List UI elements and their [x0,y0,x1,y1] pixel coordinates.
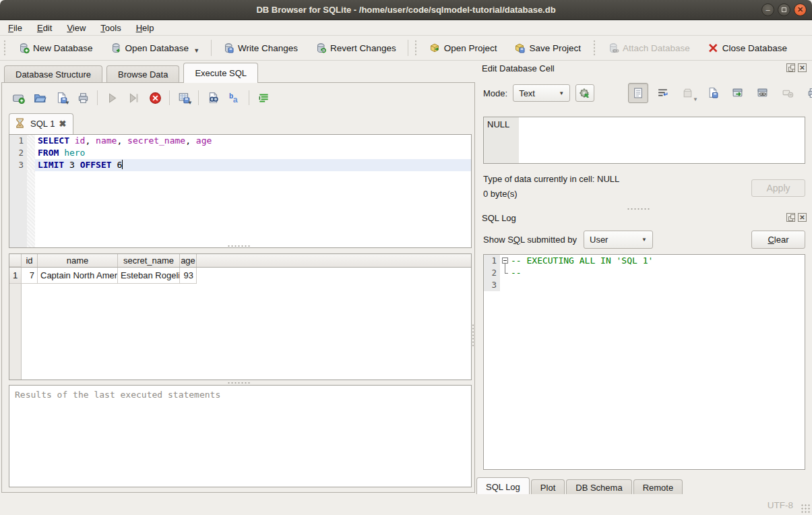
log-filter-select[interactable]: User ▼ [584,231,653,249]
row-header[interactable]: 1 [9,268,22,284]
tab-execute-sql[interactable]: Execute SQL [183,63,258,83]
right-panel: Edit Database Cell ✕ Mode: Text ▼ ▼ NULL… [476,61,812,494]
results-grid-header: idnamesecret_nameage [9,254,471,268]
sql-tab[interactable]: SQL 1 ✖ [9,113,73,134]
table-row[interactable]: 17Captain North AmericaEsteban Rogelios9… [9,268,471,284]
resize-grip[interactable] [801,504,810,513]
import-file-button: ▼ [678,83,698,103]
write-changes-button[interactable]: Write Changes [218,40,303,57]
close-panel-icon[interactable]: ✕ [798,63,807,72]
line-number: 1 [9,135,27,147]
chevron-down-icon: ▼ [642,237,647,243]
apply-button[interactable]: Apply [751,179,805,197]
cell-secret_name[interactable]: Esteban Rogelios [118,268,180,284]
text-mode-button[interactable] [628,83,648,103]
cell-link-button[interactable] [753,83,773,103]
tab-new-button[interactable] [9,89,28,107]
sql-open-button[interactable] [30,89,49,107]
toolbar-drag-handle[interactable] [592,40,597,55]
menu-tools[interactable]: Tools [100,23,121,33]
db-revert-icon [315,42,327,54]
menubar: FileEditViewToolsHelp [0,20,812,36]
tab-sql-log[interactable]: SQL Log [476,477,530,495]
set-null-button [778,83,798,103]
tab-plot[interactable]: Plot [531,479,565,495]
save-results-button[interactable]: ▼ [175,89,193,107]
dropdown-caret-icon[interactable]: ▼ [65,100,70,106]
dropdown-caret-icon[interactable]: ▼ [187,100,193,106]
sql-log-box[interactable]: 1-- EXECUTING ALL IN 'SQL 1'2--3 [483,254,805,470]
find-button[interactable] [204,89,222,107]
sql-subtab-bar: SQL 1 ✖ [9,113,73,134]
open-database-button[interactable]: Open Database▼ [105,40,206,57]
menu-view[interactable]: View [67,23,86,33]
close-database-button[interactable]: Close Database [702,40,792,57]
toolbar-drag-handle[interactable] [2,40,7,55]
sql-open-icon [34,92,46,104]
open-external-button[interactable] [728,83,748,103]
close-sql-tab-icon[interactable]: ✖ [59,119,66,129]
close-button[interactable]: ✕ [794,3,807,16]
column-header-age[interactable]: age [180,254,197,267]
fold-collapse-icon[interactable] [502,258,508,264]
apply-settings-button[interactable] [575,84,594,102]
editor-results-splitter[interactable] [227,245,250,247]
save-as-icon [707,87,719,99]
tab-database-structure[interactable]: Database Structure [4,65,102,83]
float-panel-icon[interactable] [786,63,795,72]
column-header-name[interactable]: name [38,254,118,267]
new-database-button[interactable]: New Database [13,40,98,57]
tab-db-schema[interactable]: DB Schema [566,479,631,495]
maximize-button[interactable] [778,3,790,16]
replace-button[interactable]: ba [225,89,244,107]
sql-editor[interactable]: 1SELECT id, name, secret_name, age2FROM … [9,134,472,248]
db-write-icon [223,42,235,54]
cell-print-icon [807,87,812,99]
close-panel-icon[interactable]: ✕ [798,213,807,222]
results-grid[interactable]: idnamesecret_nameage 17Captain North Ame… [9,253,472,380]
log-filter-label: Show SQL submitted by [483,235,577,245]
cell-editor-icons: ▼ [628,83,812,103]
minimize-button[interactable]: – [761,3,774,16]
exec-stop-button[interactable] [146,89,164,107]
word-wrap-button[interactable] [653,83,673,103]
window-titlebar[interactable]: DB Browser for SQLite - /home/user/code/… [0,0,812,20]
toolbar-separator [408,40,408,56]
float-panel-icon[interactable] [786,213,795,222]
menu-help[interactable]: Help [136,23,154,33]
mode-select[interactable]: Text ▼ [513,84,570,102]
cell-age[interactable]: 93 [180,268,197,284]
save-project-button[interactable]: Save Project [509,40,586,57]
toolbar-separator [211,40,212,56]
column-header-secret_name[interactable]: secret_name [118,254,180,267]
sql-save-button[interactable]: ▼ [52,89,71,107]
db-close-icon [708,42,719,54]
save-as-button[interactable] [703,83,723,103]
clear-log-button[interactable]: Clear [751,231,805,249]
cell-value-editor[interactable]: NULL [483,117,805,164]
results-message-box[interactable]: Results of the last executed statements [9,385,472,487]
sql-print-button[interactable] [73,89,92,107]
line-number: 1 [484,255,500,267]
dropdown-caret-icon: ▼ [693,96,698,102]
cell-print-button[interactable] [803,83,812,103]
column-header-id[interactable]: id [22,254,38,267]
results-message-splitter[interactable] [227,382,250,384]
toolbar-drag-handle[interactable] [413,40,418,55]
dock-splitter[interactable] [627,208,650,210]
main-toolbar: New DatabaseOpen Database▼Write ChangesR… [0,36,812,61]
format-sql-button[interactable] [254,89,273,107]
revert-changes-button[interactable]: Revert Changes [310,40,402,57]
log-line: 3 [484,279,805,291]
menu-edit[interactable]: Edit [37,23,52,33]
open-project-button[interactable]: Open Project [424,40,503,57]
cell-name[interactable]: Captain North America [38,268,118,284]
panel-splitter[interactable] [472,324,474,346]
menu-file[interactable]: File [8,23,22,33]
dropdown-caret-icon[interactable]: ▼ [193,47,199,54]
tab-browse-data[interactable]: Browse Data [106,65,179,83]
chevron-down-icon: ▼ [559,90,564,96]
sql-print-icon [77,92,90,104]
tab-remote[interactable]: Remote [633,479,683,495]
cell-id[interactable]: 7 [22,268,38,284]
